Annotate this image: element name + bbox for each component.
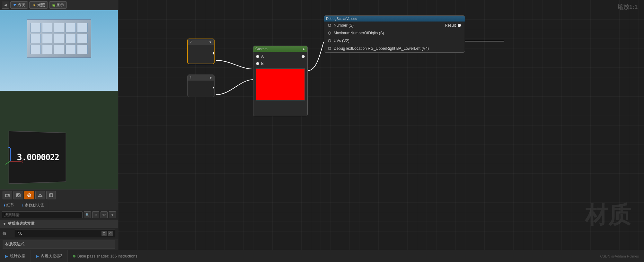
value-row: 值 7.0 ⊡ ↺ bbox=[0, 228, 118, 239]
svg-rect-14 bbox=[49, 194, 53, 197]
stats-tab-label: 统计数据 bbox=[10, 253, 25, 259]
stats-tab[interactable]: ▶ 统计数据 bbox=[0, 250, 31, 262]
debug-result-right: Result bbox=[445, 23, 461, 28]
material-section-header: 材质表达式 bbox=[3, 240, 115, 249]
node-7-dropdown-icon[interactable]: ▼ bbox=[209, 40, 212, 44]
window-cell bbox=[66, 45, 76, 54]
section-header: ▼ 材质表达式常量 bbox=[0, 220, 118, 228]
custom-port-a-out-dot[interactable] bbox=[302, 55, 305, 58]
watermark: 材质 bbox=[585, 200, 631, 231]
node-4-dropdown-icon[interactable]: ▼ bbox=[209, 76, 212, 80]
svg-point-8 bbox=[17, 194, 19, 196]
axes-widget: Z X bbox=[4, 147, 23, 167]
debug-row-3: DebugTextLocation RG_UpperRight BA_Lower… bbox=[324, 45, 465, 52]
svg-text:Z: Z bbox=[8, 147, 10, 148]
details-tab-icon: ℹ bbox=[4, 203, 5, 207]
window-cell bbox=[54, 45, 64, 54]
search-input[interactable] bbox=[2, 211, 83, 218]
custom-port-a-dot[interactable] bbox=[256, 55, 259, 58]
viewport-toolbar: ◀ 透视 ☀ 光照 ◉ 显示 bbox=[0, 0, 118, 10]
plane-icon bbox=[38, 193, 43, 198]
viewport-icon-btn-4[interactable] bbox=[35, 191, 45, 199]
eye-btn[interactable]: 👁 bbox=[101, 211, 108, 218]
content-browser-tab[interactable]: ▶ 内容浏览器2 bbox=[31, 250, 68, 262]
display-icon: ◉ bbox=[52, 3, 55, 7]
svg-marker-6 bbox=[8, 193, 9, 196]
window-cell bbox=[77, 45, 87, 54]
debug-label-2: UVs (V2) bbox=[334, 39, 349, 43]
display-label: 显示 bbox=[56, 2, 64, 8]
debug-dot-1[interactable] bbox=[328, 31, 331, 35]
node-7-output-pin[interactable] bbox=[212, 51, 215, 55]
perspective-btn[interactable]: 透视 bbox=[10, 1, 28, 9]
top-area: ◀ 透视 ☀ 光照 ◉ 显示 bbox=[0, 0, 644, 250]
debug-row-0: Number (S) Result bbox=[324, 22, 465, 29]
photo-icon bbox=[16, 193, 21, 198]
box-icon bbox=[49, 193, 54, 198]
window-cell bbox=[31, 23, 41, 32]
content-tab-icon: ▶ bbox=[36, 254, 39, 258]
stats-tab-icon: ▶ bbox=[5, 254, 8, 258]
debug-result-label: Result bbox=[445, 23, 456, 28]
params-tab-icon: ℹ bbox=[22, 203, 23, 207]
left-sidebar-panel: ℹ 细节 ℹ 参数默认值 🔍 ⊞ 👁 ▼ bbox=[0, 201, 118, 250]
bottom-credit: CSDN @Addam Holmes bbox=[595, 254, 644, 258]
debug-dot-3[interactable] bbox=[328, 47, 331, 50]
tab-details[interactable]: ℹ 细节 bbox=[0, 201, 18, 210]
window-cell bbox=[77, 34, 87, 43]
perspective-label: 透视 bbox=[17, 2, 25, 8]
viewport-icon-btn-5[interactable] bbox=[46, 191, 56, 199]
viewport-icon-btn-3[interactable] bbox=[24, 191, 34, 199]
viewport-icon-btn-1[interactable] bbox=[3, 191, 12, 199]
window-cell bbox=[42, 23, 52, 32]
debug-node-body: Number (S) Result MaximumNumberOfDigits … bbox=[324, 22, 465, 52]
board-text: 3.0000022 bbox=[17, 153, 59, 162]
debug-dot-0[interactable] bbox=[328, 24, 331, 27]
node-constant-7[interactable]: 7 ▼ bbox=[187, 39, 215, 64]
value-input-field[interactable]: 7.0 ⊡ ↺ bbox=[15, 230, 115, 237]
content-tab-label: 内容浏览器2 bbox=[41, 253, 62, 259]
bottom-status: Base pass shader: 166 instructions bbox=[68, 254, 595, 258]
material-section-label: 材质表达式 bbox=[5, 242, 24, 246]
node-4-output-pin[interactable] bbox=[213, 86, 215, 90]
camera-icon bbox=[5, 193, 10, 198]
custom-preview-red bbox=[256, 68, 305, 100]
bottom-bar: ▶ 统计数据 ▶ 内容浏览器2 Base pass shader: 166 in… bbox=[0, 250, 644, 262]
node-custom[interactable]: Custom ▲ A B bbox=[253, 46, 308, 116]
node-editor[interactable]: 缩放1:1 材质 7 ▼ bbox=[118, 0, 644, 250]
window-cell bbox=[54, 23, 64, 32]
panel-search-row: 🔍 ⊞ 👁 ▼ bbox=[0, 210, 118, 220]
sphere-icon bbox=[27, 193, 32, 198]
value-expand-icon[interactable]: ⊡ bbox=[101, 231, 107, 236]
value-reset-icon[interactable]: ↺ bbox=[108, 231, 113, 236]
viewport-bottom-bar bbox=[0, 189, 118, 201]
custom-node-body: A B bbox=[253, 52, 307, 103]
lighting-btn[interactable]: ☀ 光照 bbox=[29, 1, 48, 9]
node-debug[interactable]: DebugScalarValues Number (S) Result bbox=[324, 15, 465, 53]
axes-svg: Z X bbox=[4, 147, 23, 166]
tab-params[interactable]: ℹ 参数默认值 bbox=[18, 201, 48, 210]
search-btn[interactable]: 🔍 bbox=[84, 211, 91, 218]
custom-port-b-dot[interactable] bbox=[256, 62, 259, 65]
node-4-header: 4 ▼ bbox=[188, 75, 214, 81]
window-cell bbox=[66, 34, 76, 43]
debug-result-dot[interactable] bbox=[458, 24, 461, 27]
viewport-icon-btn-2[interactable] bbox=[13, 191, 23, 199]
debug-node-title: DebugScalarValues bbox=[326, 17, 357, 21]
building bbox=[27, 19, 91, 58]
value-display: 7.0 bbox=[17, 231, 100, 236]
debug-row-1: MaximumNumberOfDigits (S) bbox=[324, 29, 465, 37]
nav-icon-btn[interactable]: ◀ bbox=[2, 2, 9, 9]
display-btn[interactable]: ◉ 显示 bbox=[49, 1, 67, 9]
debug-label-3: DebugTextLocation RG_UpperRight BA_Lower… bbox=[334, 46, 429, 51]
custom-collapse-icon[interactable]: ▲ bbox=[302, 47, 305, 51]
node-4-value-header: 4 bbox=[190, 76, 191, 80]
dropdown-btn[interactable]: ▼ bbox=[109, 211, 116, 218]
debug-dot-2[interactable] bbox=[328, 39, 331, 42]
node-constant-4[interactable]: 4 ▼ bbox=[187, 74, 215, 97]
perspective-triangle-icon bbox=[13, 4, 16, 6]
debug-node-header: DebugScalarValues bbox=[324, 16, 465, 22]
grid-view-btn[interactable]: ⊞ bbox=[92, 211, 99, 218]
zoom-label: 缩放1:1 bbox=[618, 3, 638, 11]
custom-node-header: Custom ▲ bbox=[253, 46, 307, 52]
